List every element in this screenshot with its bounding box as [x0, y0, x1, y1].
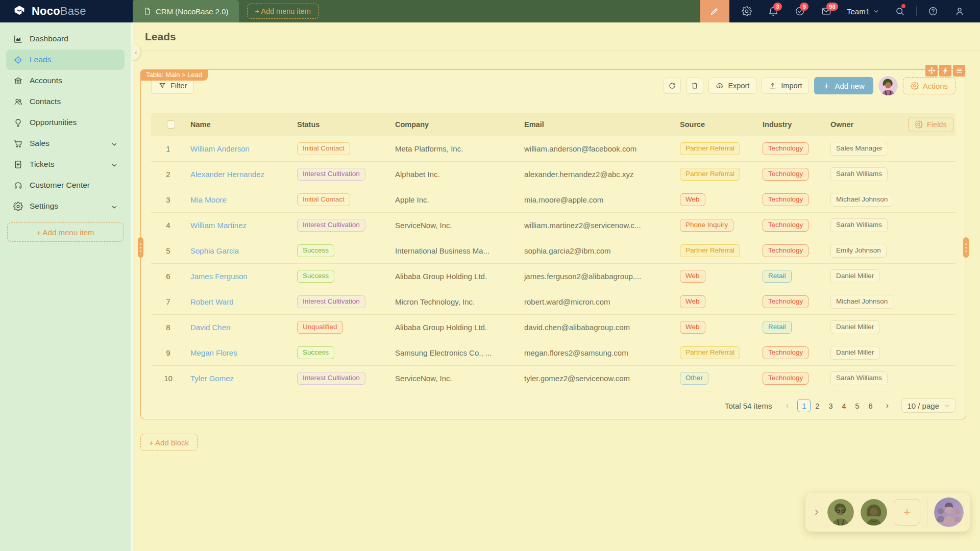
sidebar-item-accounts[interactable]: Accounts [6, 70, 125, 91]
add-new-button[interactable]: Add new [814, 77, 873, 94]
block-menu-icon[interactable] [953, 65, 965, 77]
lead-name-link[interactable]: David Chen [190, 323, 230, 332]
company-cell: ServiceNow, Inc. [390, 221, 519, 230]
test-user-switcher [805, 493, 970, 532]
tab-crm-label: CRM (NocoBase 2.0) [156, 7, 229, 16]
page-button-1[interactable]: 1 [797, 399, 811, 412]
industry-badge: Technology [763, 168, 808, 181]
customer-center-icon [13, 181, 23, 190]
cloud-download-icon [716, 82, 724, 90]
column-header-company[interactable]: Company [390, 120, 519, 129]
lead-name-link[interactable]: Robert Ward [190, 297, 233, 306]
notifications-button[interactable]: 3 [760, 0, 787, 22]
actions-button[interactable]: Actions [903, 77, 955, 94]
member-avatar-2[interactable] [861, 499, 887, 525]
owner-cell: Sarah Williams [825, 371, 903, 386]
add-member-button[interactable] [894, 499, 920, 525]
page-size-select[interactable]: 10 / page [901, 398, 955, 413]
chevron-down-icon [944, 403, 950, 409]
next-page-button[interactable]: › [881, 401, 893, 410]
todo-button[interactable]: 9 [787, 0, 813, 22]
lead-name-link[interactable]: James Ferguson [190, 272, 248, 281]
sidebar-item-leads[interactable]: Leads [6, 49, 125, 70]
export-button[interactable]: Export [708, 78, 756, 94]
sidebar-item-settings[interactable]: Settings [6, 196, 125, 216]
fields-button[interactable]: Fields [908, 117, 953, 132]
import-button[interactable]: Import [762, 78, 809, 94]
email-cell: william.anderson@facebook.com [519, 144, 675, 153]
source-badge: Web [680, 321, 705, 334]
column-header-status[interactable]: Status [292, 120, 390, 129]
block-resize-handle-right[interactable] [963, 237, 969, 258]
status-cell: Initial Contact [292, 193, 390, 207]
team-switcher[interactable]: Team1 [840, 0, 887, 22]
page-button-2[interactable]: 2 [811, 399, 824, 412]
app-window: NocoBase CRM (NocoBase 2.0) + Add menu i… [0, 0, 980, 551]
sidebar-item-dashboard[interactable]: Dashboard [6, 29, 125, 49]
industry-cell: Technology [757, 193, 825, 207]
prev-page-button[interactable]: ‹ [781, 401, 793, 410]
add-menu-item-button-top[interactable]: + Add menu item [247, 4, 319, 19]
member-avatar-1[interactable] [827, 499, 854, 525]
collapse-widget-button[interactable] [813, 508, 821, 516]
select-all-checkbox[interactable] [167, 120, 175, 129]
sidebar-item-customer-center[interactable]: Customer Center [6, 175, 125, 195]
quick-edit-icon[interactable] [939, 65, 951, 77]
owner-cell: Sales Manager [825, 142, 903, 156]
owner-cell: Michael Johnson [825, 295, 903, 309]
block-resize-handle-left[interactable] [138, 237, 143, 258]
column-header-source[interactable]: Source [675, 120, 757, 129]
lead-name-link[interactable]: Sophia Garcia [190, 246, 239, 255]
row-index: 7 [151, 297, 185, 306]
column-header-email[interactable]: Email [519, 120, 675, 129]
column-header-owner[interactable]: Owner [825, 120, 903, 129]
current-user-avatar[interactable] [878, 76, 898, 95]
help-button[interactable] [920, 0, 946, 22]
table-toolbar: Filter Export [151, 77, 955, 94]
company-cell: Micron Technology, Inc. [390, 297, 519, 306]
plugin-settings-button[interactable] [733, 0, 760, 22]
add-block-button[interactable]: + Add block [140, 434, 198, 451]
sidebar-item-sales[interactable]: Sales [6, 133, 125, 154]
todo-badge: 9 [800, 3, 808, 11]
industry-cell: Technology [757, 168, 825, 181]
lead-name-link[interactable]: William Anderson [190, 144, 250, 153]
main-area: ‹ Leads Table: Main > Lead Filter [133, 22, 980, 551]
page-button-6[interactable]: 6 [864, 399, 877, 412]
page-button-4[interactable]: 4 [837, 399, 850, 412]
owner-cell: Sarah Williams [825, 218, 903, 233]
team-group-avatar[interactable] [934, 497, 964, 527]
search-button[interactable] [887, 0, 913, 22]
refresh-button[interactable] [664, 78, 681, 94]
industry-badge: Technology [763, 244, 808, 258]
mail-button[interactable]: 98 [813, 0, 840, 22]
add-menu-item-button-sidebar[interactable]: + Add menu item [7, 222, 124, 242]
bulk-delete-button[interactable] [686, 78, 703, 94]
ui-editor-button[interactable] [700, 0, 729, 22]
drag-handle-icon[interactable] [925, 65, 938, 77]
column-header-name[interactable]: Name [185, 120, 292, 129]
source-badge: Partner Referral [680, 142, 740, 156]
sidebar-item-contacts[interactable]: Contacts [6, 91, 125, 112]
email-cell: william.martinez2@servicenow.c... [519, 221, 675, 230]
sidebar-item-opportunities[interactable]: Opportunities [6, 112, 125, 133]
lead-name-link[interactable]: Alexander Hernandez [190, 170, 264, 179]
owner-cell: Daniel Miller [825, 320, 903, 335]
column-header-industry[interactable]: Industry [757, 120, 825, 129]
lead-name-link[interactable]: William Martinez [190, 221, 247, 230]
top-bar: NocoBase CRM (NocoBase 2.0) + Add menu i… [0, 0, 980, 22]
page-button-5[interactable]: 5 [850, 399, 864, 412]
lead-name-link[interactable]: Tyler Gomez [190, 374, 234, 383]
industry-cell: Technology [757, 244, 825, 258]
owner-tag: Sarah Williams [830, 218, 888, 233]
gear-icon [742, 6, 752, 16]
source-badge: Web [680, 193, 705, 207]
nocobase-logo[interactable]: NocoBase [0, 0, 133, 22]
page-button-3[interactable]: 3 [824, 399, 837, 412]
tab-crm[interactable]: CRM (NocoBase 2.0) [133, 0, 239, 22]
lead-name-link[interactable]: Megan Flores [190, 348, 237, 357]
user-menu-button[interactable] [946, 0, 973, 22]
status-badge: Initial Contact [297, 193, 350, 207]
sidebar-item-tickets[interactable]: Tickets [6, 154, 125, 174]
lead-name-link[interactable]: Mia Moore [190, 195, 227, 204]
